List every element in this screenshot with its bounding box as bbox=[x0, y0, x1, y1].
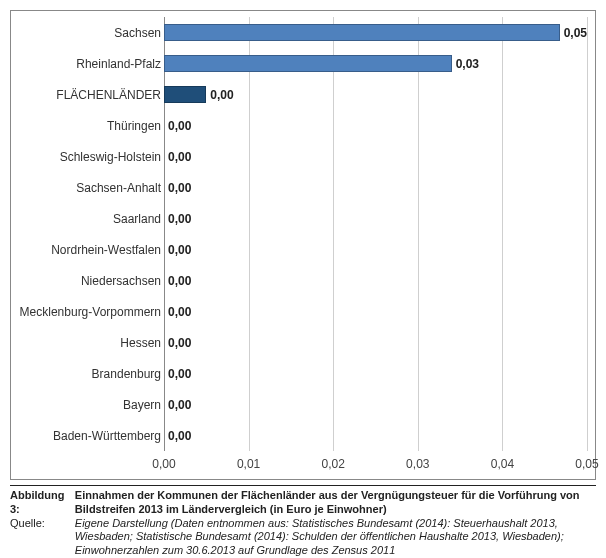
bar-value-label: 0,05 bbox=[564, 26, 587, 40]
figure-title: Einnahmen der Kommunen der Flächenländer… bbox=[75, 489, 596, 517]
source-text: Eigene Darstellung (Daten entnommen aus:… bbox=[75, 517, 596, 558]
bar-value-label: 0,00 bbox=[168, 305, 191, 319]
gridline bbox=[587, 17, 588, 451]
x-tick-label: 0,04 bbox=[491, 457, 514, 471]
category-label: Nordrhein-Westfalen bbox=[11, 243, 167, 257]
category-label: Schleswig-Holstein bbox=[11, 150, 167, 164]
bar-value-label: 0,00 bbox=[168, 119, 191, 133]
category-label: Hessen bbox=[11, 336, 167, 350]
bar-value-label: 0,00 bbox=[168, 243, 191, 257]
bar-row: Sachsen-Anhalt0,00 bbox=[164, 172, 587, 203]
category-label: Saarland bbox=[11, 212, 167, 226]
figure: Sachsen0,05Rheinland-Pfalz0,03FLÄCHENLÄN… bbox=[0, 0, 606, 558]
category-label: Mecklenburg-Vorpommern bbox=[11, 305, 167, 319]
bar-row: Baden-Württemberg0,00 bbox=[164, 420, 587, 451]
bar bbox=[164, 55, 452, 72]
bar-value-label: 0,00 bbox=[168, 336, 191, 350]
bar-value-label: 0,00 bbox=[168, 274, 191, 288]
category-label: Baden-Württemberg bbox=[11, 429, 167, 443]
bar-row: Bayern0,00 bbox=[164, 389, 587, 420]
bar-row: Thüringen0,00 bbox=[164, 110, 587, 141]
bar-value-label: 0,00 bbox=[168, 150, 191, 164]
bar-row: Niedersachsen0,00 bbox=[164, 265, 587, 296]
x-tick-label: 0,02 bbox=[322, 457, 345, 471]
bar-row: Sachsen0,05 bbox=[164, 17, 587, 48]
bar-row: Schleswig-Holstein0,00 bbox=[164, 141, 587, 172]
bar-row: Nordrhein-Westfalen0,00 bbox=[164, 234, 587, 265]
x-tick-label: 0,01 bbox=[237, 457, 260, 471]
caption-rule bbox=[10, 485, 596, 486]
bar-value-label: 0,00 bbox=[168, 367, 191, 381]
category-label: Sachsen-Anhalt bbox=[11, 181, 167, 195]
category-label: FLÄCHENLÄNDER bbox=[11, 88, 167, 102]
category-label: Rheinland-Pfalz bbox=[11, 57, 167, 71]
category-label: Thüringen bbox=[11, 119, 167, 133]
bar-value-label: 0,03 bbox=[456, 57, 479, 71]
bar-row: Mecklenburg-Vorpommern0,00 bbox=[164, 296, 587, 327]
category-label: Brandenburg bbox=[11, 367, 167, 381]
bar-row: Hessen0,00 bbox=[164, 327, 587, 358]
bar-row: Rheinland-Pfalz0,03 bbox=[164, 48, 587, 79]
bar-value-label: 0,00 bbox=[168, 398, 191, 412]
bar-row: Brandenburg0,00 bbox=[164, 358, 587, 389]
bar-value-label: 0,00 bbox=[168, 429, 191, 443]
bar-value-label: 0,00 bbox=[168, 212, 191, 226]
plot-area: Sachsen0,05Rheinland-Pfalz0,03FLÄCHENLÄN… bbox=[10, 10, 596, 480]
caption-block: Abbildung 3: Einnahmen der Kommunen der … bbox=[10, 485, 596, 558]
bar-row: FLÄCHENLÄNDER0,00 bbox=[164, 79, 587, 110]
category-label: Sachsen bbox=[11, 26, 167, 40]
bar bbox=[164, 86, 206, 103]
bar-row: Saarland0,00 bbox=[164, 203, 587, 234]
category-label: Niedersachsen bbox=[11, 274, 167, 288]
bars-container: Sachsen0,05Rheinland-Pfalz0,03FLÄCHENLÄN… bbox=[164, 17, 587, 451]
figure-label: Abbildung 3: bbox=[10, 489, 75, 517]
bar-value-label: 0,00 bbox=[168, 181, 191, 195]
source-label: Quelle: bbox=[10, 517, 75, 558]
category-label: Bayern bbox=[11, 398, 167, 412]
x-axis: 0,000,010,020,030,040,05 bbox=[164, 451, 587, 479]
bar bbox=[164, 24, 560, 41]
x-tick-label: 0,05 bbox=[575, 457, 598, 471]
x-tick-label: 0,00 bbox=[152, 457, 175, 471]
bar-value-label: 0,00 bbox=[210, 88, 233, 102]
x-tick-label: 0,03 bbox=[406, 457, 429, 471]
